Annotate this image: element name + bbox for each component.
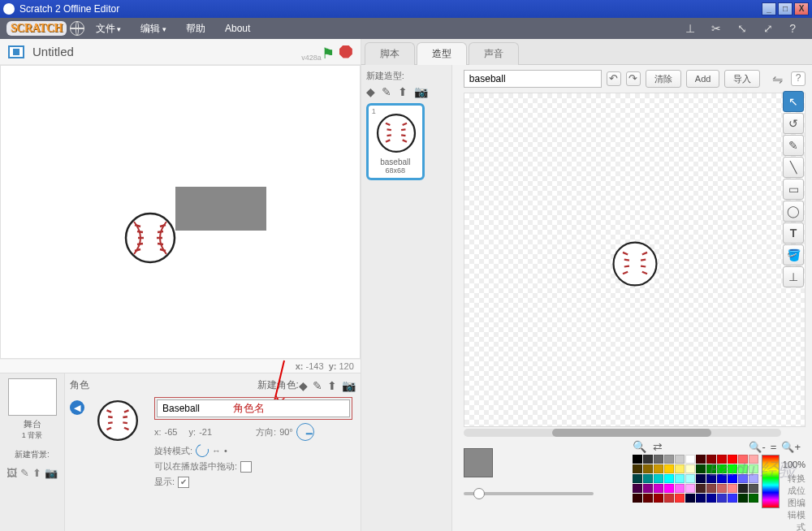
color-swatch[interactable] [654, 455, 663, 464]
color-swatch[interactable] [685, 464, 695, 473]
color-swatch[interactable] [654, 484, 663, 493]
color-swatch[interactable] [633, 484, 642, 493]
color-swatch[interactable] [643, 455, 653, 464]
color-swatch[interactable] [664, 474, 674, 483]
color-swatch[interactable] [664, 494, 674, 503]
color-swatch[interactable] [696, 474, 706, 483]
color-swatch[interactable] [738, 474, 748, 483]
color-swatch[interactable] [633, 455, 642, 464]
flip-h-icon[interactable]: ⇋ [772, 71, 783, 87]
color-swatch[interactable] [706, 484, 716, 493]
color-swatch[interactable] [728, 455, 737, 464]
color-swatch[interactable] [664, 484, 674, 493]
help-icon[interactable]: ? [789, 22, 796, 35]
reshape-tool[interactable]: ↺ [783, 113, 804, 134]
costume-name-input[interactable] [464, 70, 602, 88]
color-swatch[interactable] [643, 484, 653, 493]
paint-canvas[interactable] [464, 93, 806, 427]
fill-color-preview[interactable] [464, 448, 493, 477]
fullscreen-icon[interactable] [8, 45, 24, 58]
color-swatch[interactable] [633, 464, 642, 473]
tab-sounds[interactable]: 声音 [469, 42, 519, 65]
sprite-library-icon[interactable]: ◆ [299, 379, 308, 392]
color-swatch[interactable] [706, 455, 716, 464]
fill-tool[interactable]: 🪣 [783, 244, 804, 266]
color-swatch[interactable] [643, 474, 653, 483]
show-checkbox[interactable]: ✔ [178, 477, 189, 488]
costume-camera-icon[interactable]: 📷 [414, 85, 428, 98]
color-swatch[interactable] [728, 464, 737, 473]
stage-thumbnail[interactable] [8, 378, 57, 416]
swap-icon[interactable]: ⇄ [653, 440, 663, 453]
color-swatch[interactable] [738, 464, 748, 473]
oval-tool[interactable]: ◯ [783, 201, 804, 222]
color-swatch[interactable] [685, 474, 695, 483]
color-swatch[interactable] [685, 494, 695, 503]
text-tool[interactable]: T [783, 222, 804, 244]
sprite-paint-icon[interactable]: ✎ [313, 379, 322, 392]
costume-paint-icon[interactable]: ✎ [382, 85, 391, 98]
rotation-all-icon[interactable] [193, 442, 211, 460]
backdrop-upload-icon[interactable]: ⬆ [32, 467, 41, 479]
color-swatch[interactable] [654, 464, 663, 473]
color-swatch[interactable] [749, 474, 758, 483]
color-swatch[interactable] [728, 494, 737, 503]
globe-icon[interactable] [70, 21, 84, 36]
scissors-icon[interactable]: ✂ [711, 22, 721, 35]
zoom-out-icon[interactable]: 🔍- [749, 441, 765, 453]
color-swatch[interactable] [717, 494, 727, 503]
color-swatch[interactable] [654, 494, 663, 503]
color-swatch[interactable] [717, 455, 727, 464]
color-swatches[interactable] [633, 455, 758, 531]
color-swatch[interactable] [664, 455, 674, 464]
color-swatch[interactable] [706, 464, 716, 473]
color-swatch[interactable] [706, 494, 716, 503]
color-swatch[interactable] [643, 464, 653, 473]
tab-scripts[interactable]: 脚本 [365, 42, 415, 65]
backdrop-camera-icon[interactable]: 📷 [45, 467, 58, 479]
rect-tool[interactable]: ▭ [783, 179, 804, 200]
color-swatch[interactable] [696, 464, 706, 473]
add-button[interactable]: Add [686, 70, 720, 88]
menu-file[interactable]: 文件 [88, 22, 130, 36]
color-swatch[interactable] [696, 455, 706, 464]
color-swatch[interactable] [675, 474, 685, 483]
color-swatch[interactable] [717, 464, 727, 473]
color-swatch[interactable] [706, 474, 716, 483]
sprite-upload-icon[interactable]: ⬆ [327, 379, 337, 392]
color-swatch[interactable] [728, 484, 737, 493]
color-swatch[interactable] [675, 484, 685, 493]
menu-edit[interactable]: 编辑 [132, 22, 175, 36]
maximize-button[interactable]: □ [778, 2, 793, 15]
sprite-on-stage[interactable] [123, 210, 178, 266]
sprite-thumbnail[interactable] [94, 397, 141, 444]
costume-upload-icon[interactable]: ⬆ [398, 85, 408, 98]
color-swatch[interactable] [696, 484, 706, 493]
color-swatch[interactable] [728, 474, 737, 483]
pen-tool[interactable]: ✎ [783, 135, 804, 156]
rotation-lr-icon[interactable]: ↔ [212, 446, 221, 455]
hue-strip[interactable] [762, 455, 780, 508]
color-swatch[interactable] [696, 494, 706, 503]
menu-about[interactable]: About [217, 23, 258, 34]
line-tool[interactable]: ╲ [783, 157, 804, 178]
color-swatch[interactable] [749, 464, 758, 473]
paint-help-icon[interactable]: ? [791, 71, 806, 86]
color-swatch[interactable] [685, 484, 695, 493]
menu-help[interactable]: 帮助 [178, 22, 214, 36]
import-button[interactable]: 导入 [724, 70, 760, 88]
color-swatch[interactable] [749, 494, 758, 503]
stamp-icon[interactable]: ⊥ [685, 22, 695, 35]
tab-costumes[interactable]: 造型 [417, 42, 467, 65]
stop-icon[interactable] [339, 45, 352, 58]
direction-dial[interactable] [296, 423, 314, 441]
brush-slider[interactable] [464, 492, 594, 495]
close-button[interactable]: X [794, 2, 809, 15]
minimize-button[interactable]: _ [762, 2, 776, 15]
color-swatch[interactable] [749, 455, 758, 464]
stage[interactable] [0, 65, 361, 359]
rotation-none-icon[interactable]: • [224, 446, 227, 455]
color-swatch[interactable] [738, 484, 748, 493]
sprite-camera-icon[interactable]: 📷 [342, 379, 356, 392]
zoom-reset-icon[interactable]: = [771, 441, 777, 453]
